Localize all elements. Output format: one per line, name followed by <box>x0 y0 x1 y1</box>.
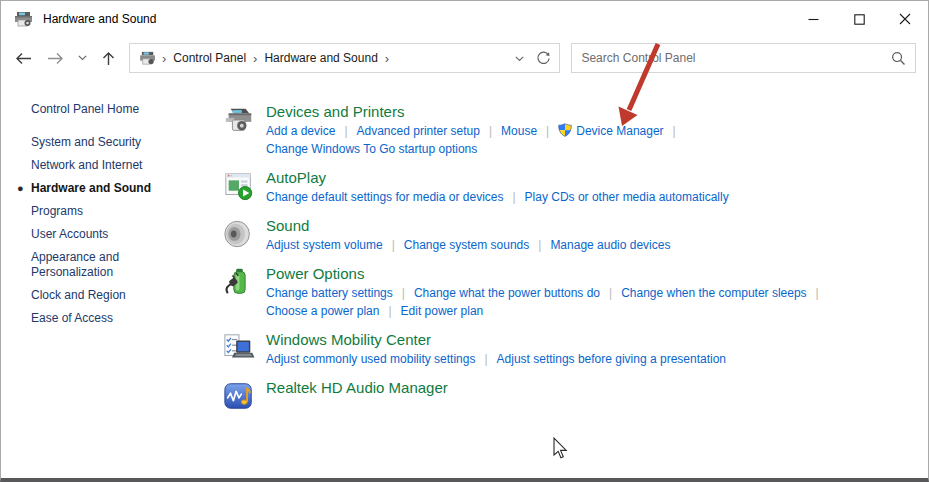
link-separator: | <box>475 352 496 366</box>
task-link-label: Adjust settings before giving a presenta… <box>497 352 726 366</box>
task-link-change-system-sounds[interactable]: Change system sounds <box>404 238 529 252</box>
devices-printers-icon[interactable] <box>222 103 266 158</box>
section-title[interactable]: AutoPlay <box>266 169 729 186</box>
link-separator: | <box>480 124 501 138</box>
section-title[interactable]: Realtek HD Audio Manager <box>266 379 448 396</box>
section-sound: SoundAdjust system volume|Change system … <box>222 217 928 254</box>
link-separator: | <box>393 286 414 300</box>
task-link-add-a-device[interactable]: Add a device <box>266 124 335 138</box>
link-separator: | <box>335 124 356 138</box>
task-link-label: Change Windows To Go startup options <box>266 142 477 156</box>
minimize-button[interactable] <box>790 1 836 37</box>
task-link-row: Add a device|Advanced printer setup|Mous… <box>266 122 685 140</box>
breadcrumb-chevron-icon[interactable]: › <box>380 51 394 66</box>
sidebar-item-clock-and-region[interactable]: Clock and Region <box>31 288 181 303</box>
sidebar-item-hardware-and-sound[interactable]: ●Hardware and Sound <box>31 181 181 196</box>
task-link-change-when-the-computer-sleeps[interactable]: Change when the computer sleeps <box>621 286 806 300</box>
task-link-row: Change battery settings|Change what the … <box>266 284 828 302</box>
sidebar-item-system-and-security[interactable]: System and Security <box>31 135 181 150</box>
task-link-adjust-settings-before-giving-a-presentation[interactable]: Adjust settings before giving a presenta… <box>497 352 726 366</box>
navigation-bar: › Control Panel › Hardware and Sound › <box>1 37 928 79</box>
section-autoplay: AutoPlayChange default settings for medi… <box>222 169 928 206</box>
section-body: SoundAdjust system volume|Change system … <box>266 217 670 254</box>
task-link-label: Change system sounds <box>404 238 529 252</box>
task-link-row: Choose a power plan|Edit power plan <box>266 302 828 320</box>
up-button[interactable] <box>102 51 115 66</box>
section-title[interactable]: Devices and Printers <box>266 103 685 120</box>
address-dropdown-chevron-icon[interactable] <box>503 51 536 65</box>
uac-shield-icon <box>558 123 572 137</box>
sidebar-item-label: Hardware and Sound <box>31 181 151 195</box>
sidebar-item-user-accounts[interactable]: User Accounts <box>31 227 181 242</box>
sidebar-item-appearance-and-personalization[interactable]: Appearance and Personalization <box>31 250 181 280</box>
section-devices-and-printers: Devices and PrintersAdd a device|Advance… <box>222 103 928 158</box>
search-box <box>571 43 916 73</box>
window-controls <box>790 1 928 37</box>
section-body: AutoPlayChange default settings for medi… <box>266 169 729 206</box>
task-link-label: Change what the power buttons do <box>414 286 600 300</box>
mobility-icon[interactable] <box>222 331 266 368</box>
section-power-options: Power OptionsChange battery settings|Cha… <box>222 265 928 320</box>
search-icon[interactable] <box>891 51 906 66</box>
link-separator: | <box>503 190 524 204</box>
refresh-icon[interactable] <box>536 51 551 66</box>
forward-button[interactable] <box>47 52 64 65</box>
power-icon[interactable] <box>222 265 266 320</box>
maximize-button[interactable] <box>836 1 882 37</box>
maximize-icon <box>854 14 865 25</box>
task-link-label: Adjust commonly used mobility settings <box>266 352 475 366</box>
link-separator: | <box>664 124 685 138</box>
autoplay-icon[interactable] <box>222 169 266 206</box>
speaker-icon[interactable] <box>222 217 266 254</box>
task-link-mouse[interactable]: Mouse <box>501 124 537 138</box>
task-link-change-battery-settings[interactable]: Change battery settings <box>266 286 393 300</box>
breadcrumb-chevron-icon[interactable]: › <box>248 51 262 66</box>
close-button[interactable] <box>882 1 928 37</box>
task-link-adjust-system-volume[interactable]: Adjust system volume <box>266 238 383 252</box>
link-separator: | <box>537 124 558 138</box>
task-link-adjust-commonly-used-mobility-settings[interactable]: Adjust commonly used mobility settings <box>266 352 475 366</box>
main-content: Devices and PrintersAdd a device|Advance… <box>216 79 928 479</box>
task-link-change-windows-to-go-startup-options[interactable]: Change Windows To Go startup options <box>266 142 477 156</box>
sidebar-item-network-and-internet[interactable]: Network and Internet <box>31 158 181 173</box>
search-input[interactable] <box>581 51 891 65</box>
task-link-device-manager[interactable]: Device Manager <box>558 124 663 138</box>
address-location-icon <box>139 51 157 65</box>
section-realtek-hd-audio-manager: Realtek HD Audio Manager <box>222 379 928 416</box>
task-link-manage-audio-devices[interactable]: Manage audio devices <box>550 238 670 252</box>
sidebar-item-ease-of-access[interactable]: Ease of Access <box>31 311 181 326</box>
task-link-choose-a-power-plan[interactable]: Choose a power plan <box>266 304 379 318</box>
section-body: Windows Mobility CenterAdjust commonly u… <box>266 331 726 368</box>
task-link-row: Adjust system volume|Change system sound… <box>266 236 670 254</box>
task-link-edit-power-plan[interactable]: Edit power plan <box>401 304 484 318</box>
sidebar-item-programs[interactable]: Programs <box>31 204 181 219</box>
section-title[interactable]: Sound <box>266 217 670 234</box>
task-link-label: Mouse <box>501 124 537 138</box>
breadcrumb-chevron-icon[interactable]: › <box>157 51 171 66</box>
task-link-change-what-the-power-buttons-do[interactable]: Change what the power buttons do <box>414 286 600 300</box>
task-link-change-default-settings-for-media-or-devices[interactable]: Change default settings for media or dev… <box>266 190 503 204</box>
breadcrumb-hardware-and-sound[interactable]: Hardware and Sound <box>262 51 379 65</box>
breadcrumb-control-panel[interactable]: Control Panel <box>171 51 248 65</box>
section-title[interactable]: Windows Mobility Center <box>266 331 726 348</box>
address-bar[interactable]: › Control Panel › Hardware and Sound › <box>129 43 560 73</box>
task-link-label: Change battery settings <box>266 286 393 300</box>
task-link-label: Choose a power plan <box>266 304 379 318</box>
task-link-label: Device Manager <box>576 124 663 138</box>
task-link-advanced-printer-setup[interactable]: Advanced printer setup <box>357 124 480 138</box>
task-link-label: Add a device <box>266 124 335 138</box>
task-link-label: Manage audio devices <box>550 238 670 252</box>
sidebar: Control Panel HomeSystem and SecurityNet… <box>1 79 216 479</box>
active-bullet-icon: ● <box>17 181 24 196</box>
task-link-play-cds-or-other-media-automatically[interactable]: Play CDs or other media automatically <box>525 190 729 204</box>
section-title[interactable]: Power Options <box>266 265 828 282</box>
task-link-row: Adjust commonly used mobility settings|A… <box>266 350 726 368</box>
task-link-label: Edit power plan <box>401 304 484 318</box>
sidebar-item-control-panel-home[interactable]: Control Panel Home <box>31 102 181 117</box>
task-link-label: Change default settings for media or dev… <box>266 190 503 204</box>
recent-pages-chevron-icon[interactable] <box>78 55 87 61</box>
back-button[interactable] <box>15 52 32 65</box>
task-link-row: Change Windows To Go startup options <box>266 140 685 158</box>
task-link-row: Change default settings for media or dev… <box>266 188 729 206</box>
realtek-icon[interactable] <box>222 379 266 416</box>
